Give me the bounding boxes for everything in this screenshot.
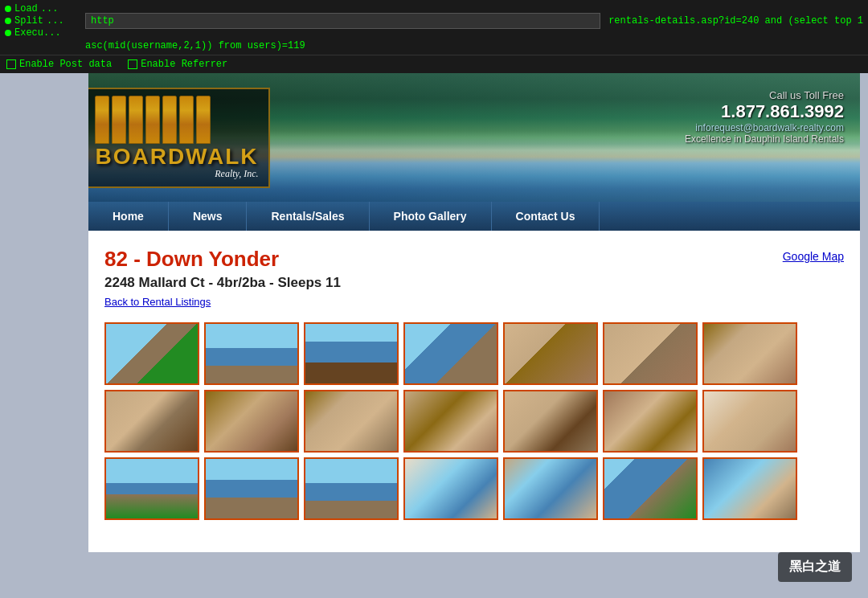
- website-container: BOARDWALK Realty, Inc. Call us Toll Free…: [88, 73, 860, 552]
- photo-thumb-0[interactable]: [104, 322, 199, 385]
- call-toll-free-label: Call us Toll Free: [685, 89, 844, 101]
- email-address: inforequest@boardwalk-realty.com: [685, 122, 844, 133]
- site-header: BOARDWALK Realty, Inc. Call us Toll Free…: [88, 73, 860, 202]
- plank-4: [145, 96, 160, 144]
- logo-area: BOARDWALK Realty, Inc.: [96, 81, 257, 194]
- url-input[interactable]: [85, 13, 600, 29]
- sql-injection-text: asc(mid(username,2,1)) from users)=119: [85, 40, 305, 51]
- phone-number: 1.877.861.3992: [685, 101, 844, 122]
- photo-thumb-3[interactable]: [403, 322, 498, 385]
- photo-thumb-14[interactable]: [104, 457, 199, 520]
- photo-thumb-19[interactable]: [603, 457, 698, 520]
- photo-thumb-11[interactable]: [503, 390, 598, 453]
- photo-thumb-15[interactable]: [204, 457, 299, 520]
- nav-news[interactable]: News: [169, 202, 248, 231]
- photo-thumb-5[interactable]: [603, 322, 698, 385]
- nav-rentals-sales[interactable]: Rentals/Sales: [247, 202, 369, 231]
- logo-box: BOARDWALK Realty, Inc.: [88, 88, 270, 188]
- referrer-label: Enable Referrer: [141, 59, 227, 70]
- photo-thumb-18[interactable]: [503, 457, 598, 520]
- url-suffix: rentals-details.asp?id=240 and (select t…: [608, 15, 863, 27]
- toolbar: Load ... Split ... Execu... rentals-deta…: [0, 0, 868, 55]
- photo-thumb-1[interactable]: [204, 322, 299, 385]
- photo-thumb-12[interactable]: [603, 390, 698, 453]
- property-title: 82 - Down Yonder: [104, 247, 341, 272]
- nav-photo-gallery[interactable]: Photo Gallery: [370, 202, 492, 231]
- plank-1: [95, 96, 109, 144]
- photo-thumb-10[interactable]: [403, 390, 498, 453]
- post-data-checkbox[interactable]: [6, 59, 16, 69]
- photo-thumb-20[interactable]: [702, 457, 797, 520]
- plank-5: [162, 96, 177, 144]
- photo-thumb-4[interactable]: [503, 322, 598, 385]
- post-data-checkbox-item[interactable]: Enable Post data: [6, 59, 112, 70]
- navigation: Home News Rentals/Sales Photo Gallery Co…: [88, 202, 860, 231]
- photo-grid: [104, 322, 844, 520]
- referrer-checkbox[interactable]: [128, 59, 137, 69]
- logo-title: BOARDWALK: [95, 145, 258, 168]
- photo-thumb-7[interactable]: [104, 390, 199, 453]
- plank-7: [196, 96, 211, 144]
- nav-contact-us[interactable]: Contact Us: [492, 202, 600, 231]
- photo-thumb-8[interactable]: [204, 390, 299, 453]
- header-contact: Call us Toll Free 1.877.861.3992 inforeq…: [685, 89, 844, 145]
- execu-button[interactable]: Execu...: [5, 27, 77, 39]
- photo-thumb-2[interactable]: [304, 322, 399, 385]
- photo-thumb-13[interactable]: [702, 390, 797, 453]
- plank-6: [179, 96, 194, 144]
- post-data-label: Enable Post data: [19, 59, 112, 70]
- back-to-listings-link[interactable]: Back to Rental Listings: [104, 296, 211, 308]
- photo-thumb-16[interactable]: [304, 457, 399, 520]
- main-content: 82 - Down Yonder 2248 Mallard Ct - 4br/2…: [88, 231, 860, 552]
- property-subtitle: 2248 Mallard Ct - 4br/2ba - Sleeps 11: [104, 275, 341, 291]
- photo-thumb-6[interactable]: [702, 322, 797, 385]
- plank-2: [112, 96, 126, 144]
- plank-3: [129, 96, 143, 144]
- tagline: Excellence in Dauphin Island Rentals: [685, 133, 844, 145]
- split-button[interactable]: Split ...: [5, 15, 77, 27]
- referrer-checkbox-item[interactable]: Enable Referrer: [128, 59, 227, 70]
- photo-thumb-17[interactable]: [403, 457, 498, 520]
- nav-home[interactable]: Home: [88, 202, 169, 231]
- toolbar-checkboxes: Enable Post data Enable Referrer: [0, 55, 868, 73]
- toolbar-buttons: Load ... Split ... Execu...: [5, 3, 77, 39]
- logo-planks: [95, 96, 258, 144]
- google-map-link[interactable]: Google Map: [783, 250, 844, 263]
- logo-subtitle: Realty, Inc.: [95, 168, 258, 180]
- photo-thumb-9[interactable]: [304, 390, 399, 453]
- load-button[interactable]: Load ...: [5, 3, 77, 14]
